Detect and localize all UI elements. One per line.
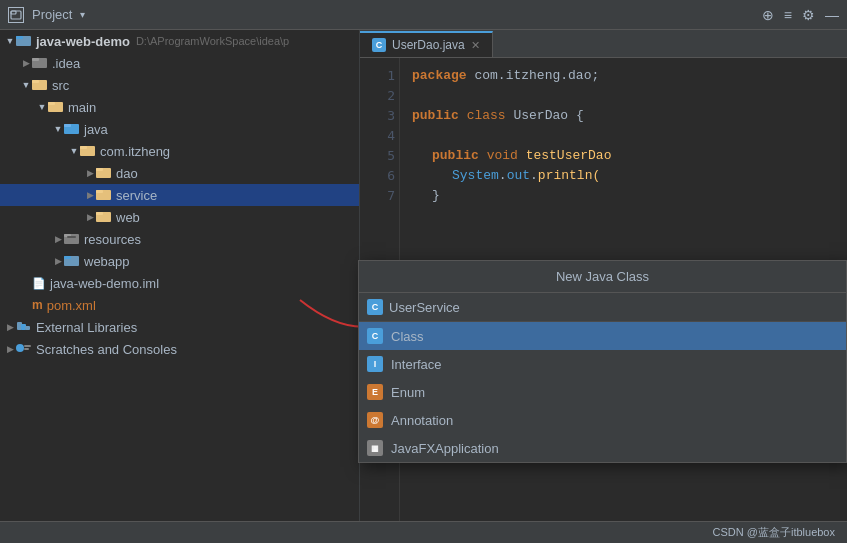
code-line-2	[412, 86, 835, 106]
code-line-4	[412, 126, 835, 146]
expand-arrow-ext: ▶	[4, 321, 16, 333]
new-java-class-dialog: New Java Class C C Class I Interface E E…	[358, 260, 847, 463]
expand-arrow-webapp: ▶	[52, 255, 64, 267]
expand-arrow-com: ▼	[68, 145, 80, 157]
interface-icon: I	[367, 356, 383, 372]
svg-rect-3	[16, 36, 23, 39]
status-text: CSDN @蓝盒子itbluebox	[713, 525, 835, 540]
svg-rect-22	[67, 236, 76, 238]
main-area: ▼ java-web-demo D:\AProgramWorkSpace\ide…	[0, 30, 847, 521]
code-line-1: package com.itzheng.dao;	[412, 66, 835, 86]
folder-webapp-icon	[64, 253, 80, 270]
tree-item-iml[interactable]: 📄 java-web-demo.iml	[0, 272, 359, 294]
tree-item-java-web-demo[interactable]: ▼ java-web-demo D:\AProgramWorkSpace\ide…	[0, 30, 359, 52]
expand-arrow-scratches: ▶	[4, 343, 16, 355]
tree-label-src: src	[52, 78, 69, 93]
tab-class-icon: C	[372, 38, 386, 52]
svg-rect-30	[24, 348, 29, 350]
svg-rect-29	[24, 345, 31, 347]
expand-arrow-idea: ▶	[20, 57, 32, 69]
folder-src-icon	[32, 77, 48, 94]
svg-rect-15	[96, 168, 103, 171]
folder-service-icon	[96, 187, 112, 204]
tree-label-resources: resources	[84, 232, 141, 247]
tree-label-java-web-demo: java-web-demo	[36, 34, 130, 49]
javafx-icon: ▦	[367, 440, 383, 456]
minimize-icon[interactable]: —	[825, 7, 839, 23]
interface-label: Interface	[391, 357, 442, 372]
project-dropdown-icon[interactable]: ▾	[80, 9, 85, 20]
folder-resources-icon	[64, 231, 80, 248]
tree-item-pom[interactable]: m pom.xml	[0, 294, 359, 316]
dialog-list-item-class[interactable]: C Class	[359, 322, 846, 350]
expand-arrow-service: ▶	[84, 189, 96, 201]
tree-item-web[interactable]: ▶ web	[0, 206, 359, 228]
project-icon	[8, 7, 24, 23]
tree-item-com-itzheng[interactable]: ▼ com.itzheng	[0, 140, 359, 162]
svg-rect-7	[32, 80, 39, 83]
left-panel: ▼ java-web-demo D:\AProgramWorkSpace\ide…	[0, 30, 360, 521]
folder-com-icon	[80, 143, 96, 160]
tree-item-webapp[interactable]: ▶ webapp	[0, 250, 359, 272]
tree-item-dao[interactable]: ▶ dao	[0, 162, 359, 184]
class-name-input[interactable]	[389, 300, 838, 315]
scratches-icon	[16, 341, 32, 358]
class-icon: C	[367, 328, 383, 344]
tree-item-java[interactable]: ▼ java	[0, 118, 359, 140]
svg-rect-17	[96, 190, 103, 193]
tree-label-java: java	[84, 122, 108, 137]
tree-item-ext-libs[interactable]: ▶ External Libraries	[0, 316, 359, 338]
expand-arrow-web: ▶	[84, 211, 96, 223]
code-line-7: }	[412, 186, 835, 206]
dialog-list-item-interface[interactable]: I Interface	[359, 350, 846, 378]
svg-rect-9	[48, 102, 55, 105]
folder-dao-icon	[96, 165, 112, 182]
tab-close-icon[interactable]: ✕	[471, 39, 480, 52]
svg-rect-1	[11, 11, 16, 14]
tree-item-src[interactable]: ▼ src	[0, 74, 359, 96]
svg-point-28	[16, 344, 24, 352]
tree-label-idea: .idea	[52, 56, 80, 71]
tree-label-com-itzheng: com.itzheng	[100, 144, 170, 159]
tree-item-scratches[interactable]: ▶ Scratches and Consoles	[0, 338, 359, 360]
enum-label: Enum	[391, 385, 425, 400]
javafx-label: JavaFXApplication	[391, 441, 499, 456]
tree-item-service[interactable]: ▶ service	[0, 184, 359, 206]
status-bar: CSDN @蓝盒子itbluebox	[0, 521, 847, 543]
project-folder-icon	[16, 33, 32, 50]
folder-web-icon	[96, 209, 112, 226]
dialog-input-icon: C	[367, 299, 383, 315]
pom-icon: m	[32, 298, 43, 312]
svg-rect-11	[64, 124, 71, 127]
editor-tabs: C UserDao.java ✕	[360, 30, 847, 58]
svg-rect-13	[80, 146, 87, 149]
expand-arrow-resources: ▶	[52, 233, 64, 245]
tree-label-pom: pom.xml	[47, 298, 96, 313]
expand-arrow-dao: ▶	[84, 167, 96, 179]
tree-item-resources[interactable]: ▶ resources	[0, 228, 359, 250]
expand-arrow-java: ▼	[52, 123, 64, 135]
expand-arrow: ▼	[4, 35, 16, 47]
annotation-label: Annotation	[391, 413, 453, 428]
class-label: Class	[391, 329, 424, 344]
tree-label-iml: java-web-demo.iml	[50, 276, 159, 291]
dialog-list-item-javafx[interactable]: ▦ JavaFXApplication	[359, 434, 846, 462]
tab-userdao[interactable]: C UserDao.java ✕	[360, 31, 493, 57]
tree-label-webapp: webapp	[84, 254, 130, 269]
tree-label-ext-libs: External Libraries	[36, 320, 137, 335]
tree-label-main: main	[68, 100, 96, 115]
gear-icon[interactable]: ⚙	[802, 7, 815, 23]
tree-label-scratches: Scratches and Consoles	[36, 342, 177, 357]
tree-label-service: service	[116, 188, 157, 203]
tab-label: UserDao.java	[392, 38, 465, 52]
settings-icon[interactable]: ≡	[784, 7, 792, 23]
tree-label-web: web	[116, 210, 140, 225]
expand-arrow-src: ▼	[20, 79, 32, 91]
dialog-list-item-enum[interactable]: E Enum	[359, 378, 846, 406]
code-line-5: public void testUserDao	[412, 146, 835, 166]
tree-item-main[interactable]: ▼ main	[0, 96, 359, 118]
add-icon[interactable]: ⊕	[762, 7, 774, 23]
dialog-list-item-annotation[interactable]: @ Annotation	[359, 406, 846, 434]
tree-item-idea[interactable]: ▶ .idea	[0, 52, 359, 74]
title-bar-actions: ⊕ ≡ ⚙ —	[762, 7, 839, 23]
